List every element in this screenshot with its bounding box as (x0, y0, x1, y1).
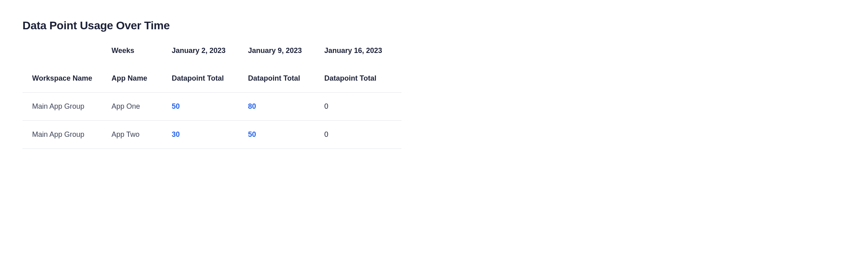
cell-value-link[interactable]: 50 (248, 130, 256, 138)
header-blank (22, 47, 112, 74)
table-row: Main App Group App Two 30 50 0 (22, 121, 401, 149)
table-row: Main App Group App One 50 80 0 (22, 93, 401, 121)
cell-workspace: Main App Group (22, 93, 112, 121)
cell-workspace: Main App Group (22, 121, 112, 149)
cell-app: App Two (112, 121, 172, 149)
header-dp-3: Datapoint Total (324, 74, 401, 93)
cell-app: App One (112, 93, 172, 121)
header-dp-1: Datapoint Total (172, 74, 248, 93)
header-dp-2: Datapoint Total (248, 74, 324, 93)
usage-table: Weeks January 2, 2023 January 9, 2023 Ja… (22, 47, 401, 149)
header-date-1: January 2, 2023 (172, 47, 248, 74)
cell-value: 0 (324, 102, 328, 110)
header-app: App Name (112, 74, 172, 93)
table-header-row-columns: Workspace Name App Name Datapoint Total … (22, 74, 401, 93)
cell-value-link[interactable]: 80 (248, 102, 256, 110)
header-weeks: Weeks (112, 47, 172, 74)
header-date-2: January 9, 2023 (248, 47, 324, 74)
page-title: Data Point Usage Over Time (22, 19, 846, 32)
header-date-3: January 16, 2023 (324, 47, 401, 74)
table-header-row-dates: Weeks January 2, 2023 January 9, 2023 Ja… (22, 47, 401, 74)
header-workspace: Workspace Name (22, 74, 112, 93)
cell-value-link[interactable]: 30 (172, 130, 180, 138)
cell-value-link[interactable]: 50 (172, 102, 180, 110)
cell-value: 0 (324, 130, 328, 138)
